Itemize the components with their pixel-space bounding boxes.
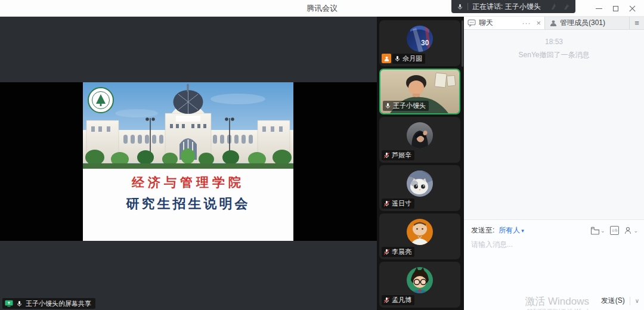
participant-name: 李晨亮: [392, 247, 411, 256]
university-logo: [88, 88, 113, 113]
folder-icon: [590, 227, 600, 235]
minimize-icon: [596, 8, 602, 9]
campus-building-photo: [83, 82, 293, 169]
screen-share-badge: 王子小馒头的屏幕共享: [2, 298, 95, 309]
mic-muted-icon: [383, 200, 390, 207]
participant-strip: 30 佘月圆: [377, 17, 464, 310]
system-message: SenYe撤回了一条消息: [464, 49, 644, 62]
chat-bubble-icon: [467, 19, 476, 27]
meeting-window: 腾讯会议 正在讲话: 王子小馒头: [0, 0, 644, 310]
microphone-icon: [16, 300, 23, 307]
close-button[interactable]: [624, 1, 640, 16]
send-options-button[interactable]: ∨: [635, 297, 639, 304]
send-divider: [630, 297, 630, 305]
screen-share-icon: [5, 300, 13, 307]
avatar: [407, 122, 433, 148]
hamburger-icon: ≡: [634, 18, 639, 27]
chat-messages: 18:53 SenYe撤回了一条消息: [464, 30, 644, 219]
svg-text:30: 30: [421, 39, 429, 47]
send-to-label: 发送至:: [471, 225, 494, 235]
minimize-button[interactable]: [590, 1, 607, 16]
mic-on-icon: [385, 103, 391, 109]
close-icon: [629, 5, 636, 12]
participant-tile[interactable]: 孟凡博: [379, 262, 460, 308]
participant-tile[interactable]: 遥日寸: [379, 165, 460, 211]
chat-panel: 聊天 ··· × 管理成员(301) ≡ 18:53 SenYe撤回了一条消息: [464, 17, 644, 310]
chevron-down-icon: ▾: [521, 228, 524, 234]
send-button[interactable]: 发送(S): [601, 296, 625, 306]
participant-tile[interactable]: 芦姬辛: [379, 117, 460, 163]
toast-divider: [467, 3, 468, 10]
screen-share-label: 王子小馒头的屏幕共享: [26, 299, 91, 308]
person-outline-icon: [624, 227, 633, 234]
chevron-down-icon: ⌄: [600, 228, 605, 234]
slide-title: 经济与管理学院: [83, 174, 293, 191]
mic-muted-icon: [383, 152, 390, 159]
toast-reactions: [550, 3, 570, 10]
reaction-wave-icon: [562, 3, 570, 10]
chat-history-button[interactable]: ⌄: [590, 227, 605, 235]
person-icon: [550, 20, 557, 27]
mic-muted-icon: [383, 297, 390, 303]
participant-name: 孟凡博: [392, 296, 411, 305]
screen-share-stage[interactable]: 经济与管理学院 研究生招生说明会 王子小馒头的屏幕共享: [0, 17, 377, 310]
announcement-button[interactable]: 公告: [610, 226, 619, 235]
tab-chat[interactable]: 聊天 ··· ×: [464, 17, 544, 29]
avatar: 30: [407, 26, 433, 52]
message-timestamp: 18:53: [464, 36, 644, 49]
participant-tile-speaking[interactable]: 王子小馒头: [379, 69, 460, 114]
presentation-slide: 经济与管理学院 研究生招生说明会: [83, 82, 293, 241]
windows-activation-watermark: 激活 Windows: [525, 294, 589, 308]
mic-muted-icon: [383, 249, 390, 255]
participants-scrollbar[interactable]: [462, 20, 463, 67]
chat-more-button[interactable]: ···: [522, 19, 531, 27]
send-to-dropdown[interactable]: 所有人 ▾: [499, 225, 524, 235]
maximize-button[interactable]: [607, 1, 624, 16]
chat-tabbar: 聊天 ··· × 管理成员(301) ≡: [464, 17, 644, 30]
avatar: [407, 219, 433, 245]
speaking-indicator-toast: 正在讲话: 王子小馒头: [451, 0, 575, 13]
tab-manage-members[interactable]: 管理成员(301): [544, 17, 630, 29]
participant-name: 遥日寸: [392, 199, 411, 208]
avatar: [407, 170, 433, 197]
chat-composer: 发送至: 所有人 ▾ ⌄: [464, 219, 644, 310]
message-input[interactable]: [471, 240, 632, 249]
maximize-icon: [613, 6, 618, 11]
chat-close-button[interactable]: ×: [536, 18, 541, 27]
avatar: [407, 267, 433, 293]
reaction-clap-icon: [550, 3, 559, 10]
slide-subtitle: 研究生招生说明会: [83, 195, 293, 213]
tab-chat-label: 聊天: [479, 18, 519, 28]
chevron-down-icon: ⌄: [633, 228, 638, 234]
participant-tile[interactable]: 30 佘月圆: [379, 20, 460, 66]
panel-menu-button[interactable]: ≡: [630, 17, 644, 29]
windows-activation-watermark-line2: 转到“设置”以激活 Windows。: [527, 308, 605, 310]
participant-name: 佘月圆: [402, 54, 422, 63]
window-controls: [590, 0, 640, 17]
speaking-label: 正在讲话: 王子小馒头: [472, 2, 541, 12]
mic-on-icon: [394, 55, 401, 62]
announcement-icon: 公告: [612, 229, 618, 232]
microphone-icon: [457, 4, 463, 10]
tab-members-label: 管理成员(301): [560, 18, 605, 28]
private-chat-button[interactable]: ⌄: [624, 227, 638, 234]
participant-name: 芦姬辛: [392, 151, 411, 160]
participant-name: 王子小馒头: [393, 101, 426, 110]
member-role-badge-icon: [382, 54, 391, 63]
participant-tile[interactable]: 李晨亮: [379, 213, 460, 259]
